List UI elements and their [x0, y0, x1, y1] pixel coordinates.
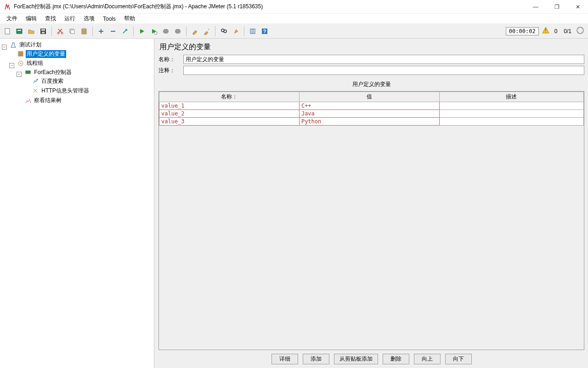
menu-run[interactable]: 运行 [61, 14, 79, 23]
window-title: ForEach控制器.jmx (C:\Users\Admin\Documents… [14, 3, 263, 11]
clear-icon[interactable] [189, 26, 200, 37]
delete-button[interactable]: 删除 [383, 354, 409, 364]
shutdown-icon[interactable] [172, 26, 183, 37]
templates-icon[interactable] [14, 26, 25, 37]
table-empty-area [159, 126, 584, 350]
tree-expander[interactable]: − [17, 72, 22, 77]
cell-desc[interactable] [439, 118, 583, 126]
svg-rect-20 [18, 52, 23, 56]
comment-label: 注释： [158, 67, 181, 75]
function-helper-icon[interactable] [247, 26, 258, 37]
col-header-desc[interactable]: 描述 [439, 92, 583, 102]
paste-icon[interactable] [79, 26, 90, 37]
copy-icon[interactable] [67, 26, 78, 37]
svg-point-24 [37, 79, 38, 80]
jmeter-logo-icon [4, 3, 11, 11]
svg-point-22 [20, 63, 22, 64]
variables-table[interactable]: 名称： 值 描述 value_1 C++ value_2 Java [159, 92, 584, 126]
cell-name[interactable]: value_2 [159, 110, 300, 118]
menu-help[interactable]: 帮助 [120, 14, 139, 23]
cell-value[interactable]: Python [299, 118, 439, 126]
close-button[interactable]: ✕ [571, 4, 584, 10]
thread-count: 0/1 [562, 28, 573, 34]
cell-desc[interactable] [439, 102, 583, 110]
beaker-icon [10, 42, 17, 48]
cell-name[interactable]: value_3 [159, 118, 300, 126]
menu-edit[interactable]: 编辑 [22, 14, 40, 23]
fullscreen-icon[interactable] [576, 26, 584, 36]
tree-node-baidu-request[interactable]: 百度搜索 [31, 77, 65, 85]
toolbar-separator [244, 26, 244, 36]
listener-icon [25, 98, 31, 104]
window-titlebar: ForEach控制器.jmx (C:\Users\Admin\Documents… [0, 0, 588, 14]
tree-node-thread-group[interactable]: 线程组 [17, 59, 45, 67]
table-row[interactable]: value_1 C++ [159, 102, 584, 110]
cut-icon[interactable] [55, 26, 66, 37]
cell-value[interactable]: C++ [299, 102, 439, 110]
toolbar-separator [133, 26, 134, 36]
cell-name[interactable]: value_1 [159, 102, 300, 110]
config-icon [17, 51, 24, 57]
stop-icon[interactable] [160, 26, 171, 37]
tree-node-view-results[interactable]: 察看结果树 [24, 97, 63, 104]
toggle-icon[interactable] [119, 26, 130, 37]
svg-rect-5 [42, 32, 45, 34]
start-icon[interactable] [136, 26, 147, 37]
save-icon[interactable] [38, 26, 49, 37]
up-button[interactable]: 向上 [414, 354, 441, 364]
table-button-row: 详细 添加 从剪贴板添加 删除 向上 向下 [155, 350, 588, 368]
start-no-timers-icon[interactable] [148, 26, 159, 37]
detail-button[interactable]: 详细 [271, 354, 298, 364]
tree-node-foreach[interactable]: ForEach控制器 [24, 69, 73, 76]
plus-icon[interactable] [96, 26, 107, 37]
tree-node-http-header[interactable]: HTTP信息头管理器 [31, 87, 90, 95]
svg-rect-4 [41, 29, 45, 31]
help-icon[interactable]: ? [259, 26, 270, 37]
toolbar: ? 00:00:02 ! 0 0/1 [0, 24, 588, 39]
sampler-icon [32, 78, 39, 85]
search-icon[interactable] [218, 26, 229, 37]
table-section-title: 用户定义的变量 [155, 78, 588, 91]
tree-expander[interactable]: − [2, 45, 7, 50]
editor-panel: 用户定义的变量 名称： 注释： 用户定义的变量 名称： 值 描述 [154, 39, 588, 368]
tree-node-test-plan[interactable]: 测试计划 [9, 41, 43, 49]
svg-rect-23 [26, 71, 30, 74]
menu-tools[interactable]: Tools [99, 15, 119, 23]
menu-search[interactable]: 查找 [41, 14, 60, 23]
panel-title: 用户定义的变量 [155, 39, 588, 55]
svg-rect-2 [17, 30, 21, 31]
minimize-button[interactable]: ― [529, 4, 542, 10]
tree-expander[interactable]: − [9, 63, 14, 68]
warning-icon[interactable]: ! [542, 26, 550, 36]
menu-file[interactable]: 文件 [3, 14, 21, 23]
tree-node-user-vars[interactable]: 用户定义的变量 [17, 50, 67, 58]
cell-desc[interactable] [439, 110, 583, 118]
add-button[interactable]: 添加 [303, 354, 329, 364]
error-count: 0 [553, 28, 560, 34]
open-icon[interactable] [26, 26, 37, 37]
menu-options[interactable]: 选项 [80, 14, 98, 23]
cell-value[interactable]: Java [299, 110, 439, 118]
svg-text:?: ? [263, 29, 266, 34]
test-plan-tree[interactable]: − 测试计划 用户定义的变量 − [0, 39, 154, 368]
header-manager-icon [32, 87, 39, 94]
toolbar-separator [215, 26, 215, 36]
add-from-clipboard-button[interactable]: 从剪贴板添加 [334, 354, 378, 364]
svg-text:!: ! [545, 28, 546, 33]
col-header-value[interactable]: 值 [299, 92, 439, 102]
main-content: − 测试计划 用户定义的变量 − [0, 39, 588, 368]
down-button[interactable]: 向下 [445, 354, 472, 364]
table-row[interactable]: value_2 Java [159, 110, 584, 118]
reset-search-icon[interactable] [230, 26, 241, 37]
maximize-button[interactable]: ❐ [550, 4, 563, 10]
svg-rect-0 [5, 29, 10, 34]
new-file-icon[interactable] [2, 26, 13, 37]
name-field[interactable] [183, 55, 584, 64]
svg-rect-1 [17, 29, 22, 34]
svg-rect-9 [71, 30, 74, 34]
comment-field[interactable] [183, 66, 584, 75]
col-header-name[interactable]: 名称： [159, 92, 300, 102]
clear-all-icon[interactable] [201, 26, 212, 37]
minus-icon[interactable] [107, 26, 119, 37]
table-row[interactable]: value_3 Python [159, 118, 584, 126]
